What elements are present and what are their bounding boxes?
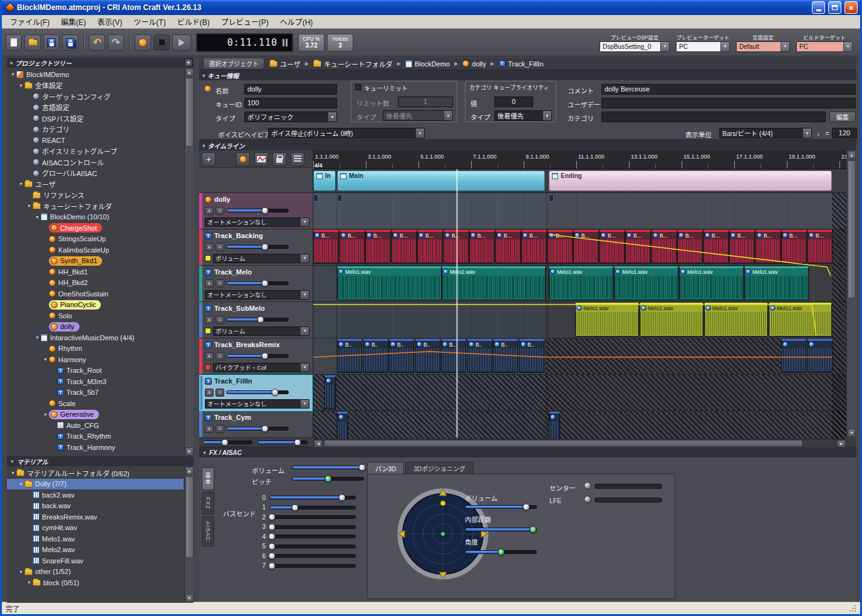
scroll-down-icon[interactable]: ▼ — [185, 447, 194, 456]
menu-item[interactable]: プレビュー(P) — [216, 15, 274, 28]
track-automation-button[interactable]: A — [205, 279, 214, 288]
breadcrumb-item[interactable]: dolly — [462, 60, 486, 68]
center-knob[interactable] — [584, 482, 591, 489]
edit-category-button[interactable]: 編集 — [829, 112, 856, 122]
tree-item[interactable]: Synth_Bkd1 — [7, 256, 184, 267]
menu-item[interactable]: ツール(T) — [128, 15, 171, 28]
track-header[interactable]: TTrack_SubMeloA≡ボリューム▼ — [199, 302, 313, 338]
track-automation-button[interactable]: A — [205, 425, 214, 433]
playhead[interactable] — [457, 169, 457, 437]
track-lane[interactable]: B..B..B..B..B..B..B..B.. — [313, 338, 846, 375]
audio-clip[interactable]: B... — [313, 230, 339, 264]
track-automation-select[interactable]: オートメーションなし▼ — [205, 290, 309, 300]
slider-thumb[interactable] — [262, 425, 269, 432]
pan-volume-slider[interactable] — [465, 503, 537, 511]
track-automation-button[interactable]: A — [205, 207, 214, 215]
track-volume-slider[interactable] — [226, 389, 289, 396]
audio-clip[interactable]: Melo1.wav — [614, 266, 678, 300]
track-menu-button[interactable]: ≡ — [216, 389, 224, 397]
scroll-thumb[interactable] — [848, 160, 856, 298]
tree-item[interactable]: cymHit.wav — [7, 523, 184, 534]
expand-arrow-icon[interactable]: ▼ — [34, 215, 41, 219]
tree-item[interactable]: ▼block (0/51) — [7, 577, 184, 588]
track-automation-button[interactable]: A — [205, 243, 214, 251]
audio-clip[interactable]: B... — [573, 230, 599, 264]
tree-item[interactable]: ▼Harmony — [7, 354, 184, 365]
timeline-zoom-slider[interactable] — [257, 439, 308, 446]
track-header[interactable]: dollyA≡オートメーションなし▼ — [199, 193, 313, 229]
bus-send-slider[interactable] — [269, 552, 356, 560]
track-header[interactable]: TTrack_BackingA≡ボリューム▼ — [199, 229, 313, 266]
menu-item[interactable]: ヘルプ(H) — [274, 15, 319, 28]
audio-clip[interactable]: B... — [625, 230, 651, 264]
tree-item[interactable]: ▼マテリアルルートフォルダ (0/62) — [7, 467, 184, 479]
audio-clip[interactable]: Melo1.wav — [575, 303, 639, 337]
audio-clip[interactable]: B.. — [519, 339, 544, 373]
menu-item[interactable]: 表示(V) — [91, 15, 128, 28]
slider-thumb[interactable] — [269, 523, 276, 530]
tempo-field[interactable]: 120 — [832, 128, 857, 138]
track-header[interactable]: TTrack_BreaksRemixA≡バイクアッド・Cof▼ — [199, 338, 313, 375]
save-all-button[interactable] — [62, 34, 78, 51]
slider-thumb[interactable] — [522, 504, 529, 511]
track-automation-select[interactable]: バイクアッド・Cof▼ — [213, 363, 309, 372]
expand-arrow-icon[interactable]: ▼ — [18, 83, 24, 88]
audio-clip[interactable]: Melo1.wav — [744, 266, 809, 300]
bus-send-slider[interactable] — [269, 533, 356, 540]
audio-clip[interactable]: B... — [677, 230, 703, 264]
slider-thumb[interactable] — [269, 514, 276, 521]
tree-item[interactable]: リファレンス — [7, 190, 184, 201]
tree-item[interactable]: BreaksRemix.wav — [7, 511, 184, 523]
tree-item[interactable]: ▼キューシートフォルダ — [7, 201, 184, 212]
timeline-vscrollbar[interactable]: ▲ ▼ — [846, 150, 856, 437]
expand-arrow-icon[interactable]: ▼ — [34, 335, 41, 340]
panel-menu-button[interactable]: + — [185, 59, 192, 66]
material-tree-scrollbar[interactable]: ▲ ▼ — [184, 466, 194, 603]
breadcrumb-item[interactable]: BlockDemo — [405, 60, 450, 68]
track-volume-slider[interactable] — [226, 425, 289, 432]
slider-thumb[interactable] — [294, 439, 301, 446]
tree-item[interactable]: Melo1.wav — [7, 533, 184, 545]
tree-item[interactable]: ボイスリミットグループ — [7, 146, 184, 157]
tree-item[interactable]: ▼Dolly (7/7) — [7, 479, 184, 490]
angle-slider[interactable] — [465, 548, 537, 556]
menu-item[interactable]: 編集(E) — [55, 15, 91, 28]
fx-pitch-slider[interactable] — [292, 475, 364, 483]
slider-thumb[interactable] — [269, 533, 276, 540]
track-lane[interactable]: Melo1.wavMelo2.wavMelo1.wavMelo1.wavMelo… — [313, 266, 846, 302]
slider-thumb[interactable] — [222, 439, 229, 446]
timeline-ruler[interactable]: 4/4 1.1.1.0003.1.1.0005.1.1.0007.1.1.000… — [313, 150, 846, 169]
fx-volume-slider[interactable] — [292, 464, 364, 471]
userdata-field[interactable] — [601, 98, 856, 108]
time-scrub-handle[interactable] — [283, 39, 288, 46]
audio-clip[interactable]: B... — [652, 230, 677, 264]
pan-tab[interactable]: パン3D — [367, 462, 404, 475]
tree-item[interactable]: TTrack_Root — [7, 365, 184, 377]
track-lane[interactable] — [313, 411, 846, 439]
tree-item[interactable]: HH_Bkd1 — [7, 266, 184, 278]
voice-behavior-select[interactable]: ボイス停止(ボリューム 0時)▼ — [268, 128, 425, 138]
play-button[interactable] — [172, 34, 191, 51]
display-unit-select[interactable]: Bars/ビート (4/4)▼ — [719, 128, 812, 138]
audio-clip[interactable]: B... — [521, 230, 547, 264]
record-button[interactable] — [135, 34, 151, 51]
combo-select[interactable]: PC▼ — [796, 41, 853, 52]
cpu-meter[interactable]: CPU % 3.72 — [298, 34, 325, 51]
list-view-button[interactable] — [291, 152, 304, 166]
expand-arrow-icon[interactable]: ▼ — [9, 72, 16, 76]
tree-item[interactable]: TTrack_M3m3 — [7, 376, 184, 387]
track-automation-button[interactable]: A — [205, 389, 214, 397]
name-field[interactable]: dolly — [244, 84, 337, 95]
timeline-block[interactable]: Main — [337, 170, 545, 191]
track-automation-select[interactable]: ボリューム▼ — [213, 254, 309, 263]
tree-item[interactable]: dolly — [7, 321, 184, 333]
audio-clip[interactable] — [781, 339, 806, 373]
expand-arrow-icon[interactable]: ▼ — [42, 357, 49, 362]
tree-item[interactable]: back.wav — [7, 501, 184, 512]
tree-item[interactable]: ▼Generative — [7, 409, 184, 420]
lock-button[interactable] — [273, 152, 286, 166]
fx-side-tab[interactable]: AISAC — [202, 516, 214, 546]
tree-item[interactable]: KalimbaScaleUp — [7, 244, 184, 256]
slider-thumb[interactable] — [262, 207, 269, 214]
bus-send-slider[interactable] — [269, 504, 356, 511]
